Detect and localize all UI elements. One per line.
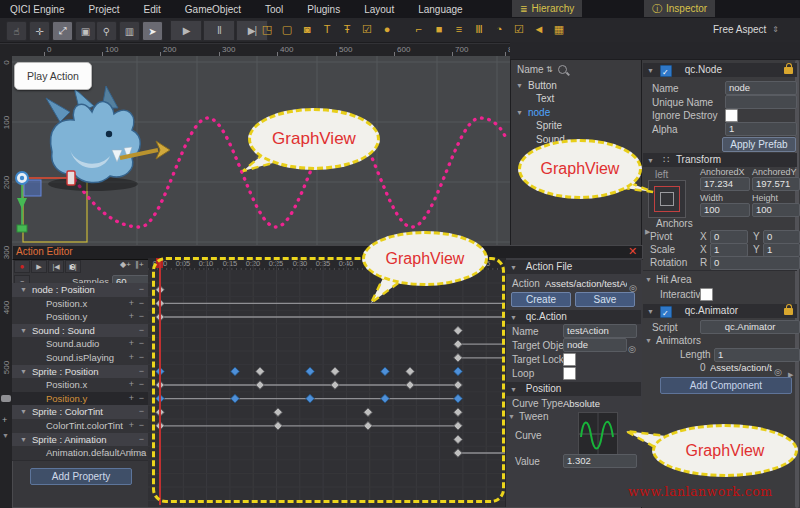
corner-icon[interactable]: ⌐: [412, 21, 426, 37]
action-file-header[interactable]: Action File: [505, 260, 641, 274]
keyframe-diamond[interactable]: [274, 408, 283, 417]
menu-item-plugins[interactable]: Plugins: [307, 4, 340, 15]
expand-icon[interactable]: [20, 436, 27, 443]
menu-item-project[interactable]: Project: [88, 4, 119, 15]
target-object-field[interactable]: node: [563, 338, 627, 352]
tab-inspector[interactable]: ⓘ Inspector: [644, 0, 715, 17]
ae-row-sprite-position[interactable]: Sprite : Position−: [12, 365, 148, 380]
keyframe-diamond[interactable]: [331, 381, 340, 390]
create-button[interactable]: Create: [511, 292, 571, 307]
play-action-button[interactable]: Play Action: [14, 62, 92, 90]
keyframe-diamond[interactable]: [381, 394, 390, 403]
keyframe-diamond[interactable]: [256, 367, 265, 376]
remove-icon[interactable]: −: [139, 325, 144, 336]
animator-lock-icon[interactable]: [784, 308, 793, 315]
playhead-line[interactable]: [159, 258, 161, 505]
ignore-destroy-checkbox[interactable]: [725, 109, 738, 122]
ae-row-sound-audio[interactable]: Sound.audio+−: [12, 337, 148, 352]
scale-y-field[interactable]: 1: [763, 243, 800, 257]
scale-tool[interactable]: ⤢: [52, 21, 73, 41]
height-field[interactable]: 100: [752, 203, 800, 217]
keyframe-diamond[interactable]: [364, 422, 373, 431]
label-icon[interactable]: Ŧ: [340, 21, 354, 37]
menu-item-language[interactable]: Language: [418, 4, 463, 15]
target-picker-icon[interactable]: [628, 338, 636, 356]
hierarchy-sort-label[interactable]: Name: [517, 64, 544, 76]
animators-expand-icon[interactable]: [645, 337, 652, 344]
remove-icon[interactable]: −: [139, 406, 144, 417]
search-icon[interactable]: [558, 65, 567, 74]
qcanimator-header[interactable]: qc.Animator: [643, 304, 797, 318]
expand-icon[interactable]: [516, 82, 523, 89]
aspect-ratio-dropdown[interactable]: Free Aspect: [698, 21, 794, 38]
remove-icon[interactable]: −: [139, 393, 144, 404]
pivot-y-field[interactable]: 0: [763, 230, 800, 244]
rect-tool[interactable]: ▣: [75, 21, 96, 41]
keyframe-diamond[interactable]: [454, 367, 463, 376]
keyframe-diamond[interactable]: [231, 367, 240, 376]
qcanimator-enabled-checkbox[interactable]: [660, 306, 672, 318]
expand-icon[interactable]: [20, 327, 27, 334]
keyframe-diamond[interactable]: [454, 394, 463, 403]
record-button[interactable]: ●: [14, 260, 30, 273]
curve-type-value[interactable]: Absol­ute: [563, 398, 600, 410]
rotation-field[interactable]: 0: [710, 256, 800, 270]
add-key-icon[interactable]: +: [129, 420, 134, 431]
keyframe-diamond[interactable]: [406, 367, 415, 376]
anchors-label[interactable]: Anchors: [656, 218, 693, 230]
hierarchy-item-sprite[interactable]: Sprite: [510, 119, 641, 132]
list-icon[interactable]: ≡: [452, 21, 466, 37]
expand-icon[interactable]: [20, 408, 27, 415]
add-property-button[interactable]: Add Property: [30, 468, 132, 485]
remove-icon[interactable]: −: [139, 311, 144, 322]
columns-toggle[interactable]: ▥: [119, 21, 140, 41]
interactive-checkbox[interactable]: [700, 288, 713, 301]
checkbox-icon[interactable]: ☑: [360, 21, 374, 37]
width-field[interactable]: 100: [700, 203, 750, 217]
ae-row-position-x[interactable]: Position.x+−: [12, 297, 148, 312]
alpha-field[interactable]: 1: [725, 122, 797, 136]
sort-arrows-icon[interactable]: ⇅: [546, 64, 553, 76]
qcnode-enabled-checkbox[interactable]: [660, 65, 672, 77]
qcnode-header[interactable]: qc.Node: [643, 63, 797, 77]
close-icon[interactable]: ✕: [628, 245, 637, 258]
ae-row-position-y[interactable]: Position.y+−: [12, 392, 148, 407]
keyframe-diamond[interactable]: [454, 381, 463, 390]
pause-button[interactable]: Ⅱ: [203, 20, 235, 41]
keyframe-diamond[interactable]: [274, 422, 283, 431]
ae-row-animation-defaultanima[interactable]: Animation.defaultAnima+−: [12, 446, 148, 461]
scene-node-icon[interactable]: ◳: [260, 21, 274, 37]
expand-icon[interactable]: [516, 109, 523, 116]
tween-label[interactable]: Tween: [519, 411, 548, 423]
expand-icon[interactable]: [20, 286, 27, 293]
keyframe-diamond[interactable]: [381, 367, 390, 376]
action-path-value[interactable]: Assets/action/testActi: [545, 278, 627, 290]
curve-preview[interactable]: [578, 412, 618, 456]
keyframe-diamond[interactable]: [454, 435, 463, 444]
keyframe-diamond[interactable]: [306, 394, 315, 403]
apply-prefab-button[interactable]: Apply Prefab: [722, 137, 796, 152]
script-field[interactable]: qc.Animator: [700, 320, 800, 334]
keyframe-diamond[interactable]: [306, 367, 315, 376]
empty-node-icon[interactable]: ▢: [280, 21, 294, 37]
menu-item-qici-engine[interactable]: QICI Engine: [10, 4, 64, 15]
prev-frame-button[interactable]: |◀: [48, 260, 64, 273]
add-key-icon[interactable]: +: [129, 379, 134, 390]
keyframe-diamond[interactable]: [231, 394, 240, 403]
keyframe-diamond[interactable]: [256, 381, 265, 390]
lock-icon[interactable]: [784, 67, 793, 74]
anchoredx-field[interactable]: 17.234: [700, 177, 750, 191]
ae-play-button[interactable]: ▶: [31, 260, 47, 273]
ae-row-sound-isplaying[interactable]: Sound.isPlaying+−: [12, 351, 148, 366]
remove-icon[interactable]: −: [139, 447, 144, 458]
length-field[interactable]: 1: [714, 348, 800, 362]
menu-item-gameobject[interactable]: GameObject: [185, 4, 241, 15]
add-key-icon[interactable]: +: [129, 311, 134, 322]
hierarchy-item-button[interactable]: Button: [510, 79, 641, 92]
ae-row-sprite-colortint[interactable]: Sprite : ColorTint−: [12, 405, 148, 420]
menu-item-edit[interactable]: Edit: [144, 4, 161, 15]
current-frame-field[interactable]: 0: [70, 261, 75, 273]
hit-area-expand-icon[interactable]: [645, 276, 652, 283]
remove-icon[interactable]: −: [139, 379, 144, 390]
hierarchy-item-text[interactable]: Text: [510, 92, 641, 105]
